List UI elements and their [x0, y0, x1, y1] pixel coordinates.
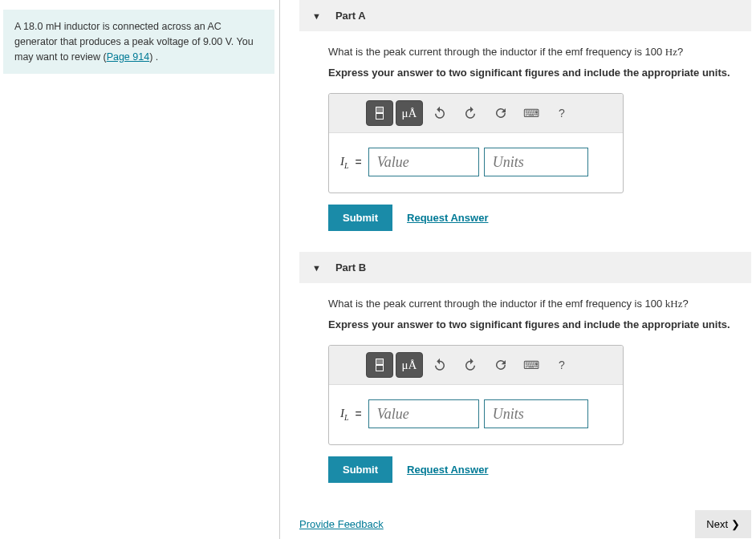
part-b-title: Part B	[335, 261, 366, 274]
right-panel: ▼ Part A What is the peak current throug…	[280, 0, 756, 539]
undo-icon	[433, 106, 447, 120]
redo-button[interactable]	[457, 100, 484, 126]
special-char-button[interactable]: μÅ	[396, 352, 423, 378]
part-b-answer-row: IL =	[329, 385, 623, 444]
equals-sign: =	[356, 156, 362, 168]
page-reference-link[interactable]: Page 914	[107, 51, 150, 63]
special-char-button[interactable]: μÅ	[396, 100, 423, 126]
left-panel: A 18.0 mH inductor is connected across a…	[0, 0, 279, 539]
redo-button[interactable]	[457, 352, 484, 378]
part-a-answer-row: IL =	[329, 133, 623, 192]
part-a-header[interactable]: ▼ Part A	[299, 0, 751, 31]
part-b-body: What is the peak current through the ind…	[299, 298, 751, 483]
part-a-answer-box: μÅ ⌨	[328, 93, 624, 193]
undo-button[interactable]	[426, 100, 453, 126]
redo-icon	[463, 358, 478, 372]
equals-sign: =	[356, 407, 362, 420]
chevron-right-icon: ❯	[731, 518, 740, 530]
mu-angstrom-icon: μÅ	[402, 107, 417, 120]
reset-button[interactable]	[487, 100, 514, 126]
main-container: A 18.0 mH inductor is connected across a…	[0, 0, 756, 539]
help-button[interactable]: ?	[548, 100, 575, 126]
help-button[interactable]: ?	[548, 352, 575, 378]
collapse-arrow-icon: ▼	[312, 263, 321, 273]
keyboard-button[interactable]: ⌨	[518, 352, 545, 378]
collapse-arrow-icon: ▼	[312, 11, 321, 21]
part-a-submit-button[interactable]: Submit	[328, 205, 392, 231]
part-a-units-input[interactable]	[484, 148, 588, 176]
problem-text-after: ) .	[149, 51, 158, 63]
undo-button[interactable]	[426, 352, 453, 378]
problem-statement: A 18.0 mH inductor is connected across a…	[3, 10, 274, 74]
part-b-answer-box: μÅ ⌨	[328, 345, 624, 445]
keyboard-button[interactable]: ⌨	[518, 100, 545, 126]
reset-button[interactable]	[487, 352, 514, 378]
provide-feedback-link[interactable]: Provide Feedback	[299, 518, 384, 530]
part-b-header[interactable]: ▼ Part B	[299, 252, 751, 283]
part-a-actions: Submit Request Answer	[328, 205, 751, 231]
part-b-submit-button[interactable]: Submit	[328, 456, 392, 483]
part-b-question: What is the peak current through the ind…	[328, 298, 751, 310]
part-a-request-answer-link[interactable]: Request Answer	[407, 212, 488, 224]
part-a-toolbar: μÅ ⌨	[329, 94, 623, 133]
fraction-icon	[376, 107, 384, 120]
fraction-tool-button[interactable]	[366, 352, 393, 378]
reset-icon	[494, 106, 508, 120]
mu-angstrom-icon: μÅ	[402, 359, 417, 372]
keyboard-icon: ⌨	[523, 107, 539, 120]
part-b-units-input[interactable]	[484, 399, 588, 428]
part-b-instruction: Express your answer to two significant f…	[328, 318, 751, 330]
next-button[interactable]: Next ❯	[695, 510, 751, 538]
variable-label: IL	[340, 155, 349, 170]
footer: Provide Feedback Next ❯	[299, 504, 751, 539]
redo-icon	[463, 106, 478, 120]
keyboard-icon: ⌨	[523, 359, 539, 371]
next-label: Next	[706, 518, 728, 530]
help-icon: ?	[559, 107, 565, 120]
undo-icon	[433, 358, 447, 372]
part-b-toolbar: μÅ ⌨	[329, 346, 623, 385]
part-a-body: What is the peak current through the ind…	[299, 46, 751, 231]
part-a-instruction: Express your answer to two significant f…	[328, 67, 751, 79]
part-a-question: What is the peak current through the ind…	[328, 46, 751, 59]
part-b-actions: Submit Request Answer	[328, 456, 751, 483]
fraction-tool-button[interactable]	[366, 100, 393, 126]
help-icon: ?	[559, 359, 565, 371]
fraction-icon	[376, 359, 384, 371]
variable-label: IL	[340, 407, 349, 422]
reset-icon	[494, 358, 508, 372]
part-b-request-answer-link[interactable]: Request Answer	[407, 464, 488, 476]
part-a-value-input[interactable]	[368, 148, 479, 176]
part-a-title: Part A	[335, 10, 366, 22]
part-b-value-input[interactable]	[368, 399, 479, 428]
